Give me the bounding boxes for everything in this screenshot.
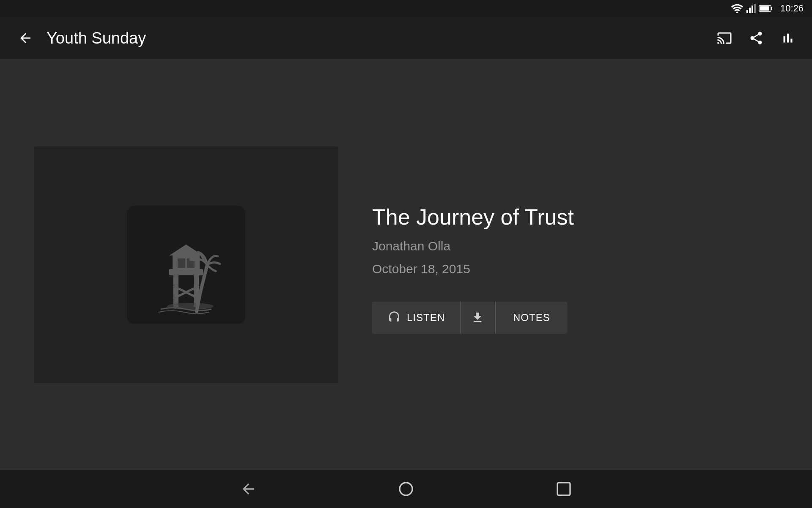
svg-rect-13	[173, 254, 200, 271]
download-button[interactable]	[460, 302, 494, 334]
sermon-title: The Journey of Trust	[372, 204, 778, 230]
nav-recent-icon	[555, 481, 572, 497]
notes-button[interactable]: NOTES	[495, 302, 567, 334]
svg-rect-7	[760, 6, 769, 11]
nav-recent-button[interactable]	[547, 472, 581, 506]
listen-button[interactable]: LISTEN	[372, 302, 460, 334]
back-button[interactable]	[13, 25, 38, 51]
svg-point-0	[736, 12, 738, 14]
status-time: 10:26	[780, 3, 804, 14]
nav-home-button[interactable]	[389, 472, 423, 506]
svg-rect-2	[749, 8, 751, 13]
svg-marker-16	[169, 244, 203, 255]
svg-rect-8	[173, 273, 178, 307]
notes-label: NOTES	[513, 312, 550, 323]
share-button[interactable]	[744, 27, 768, 50]
app-bar-actions	[713, 27, 799, 50]
svg-point-18	[400, 483, 412, 495]
svg-rect-19	[557, 483, 570, 495]
signal-icon	[746, 4, 756, 13]
sermon-image-container	[34, 146, 338, 383]
status-icons: 10:26	[731, 3, 804, 14]
page-title: Youth Sunday	[47, 29, 713, 47]
battery-icon	[759, 5, 773, 12]
main-content: The Journey of Trust Jonathan Olla Octob…	[0, 59, 812, 470]
sermon-details: The Journey of Trust Jonathan Olla Octob…	[372, 195, 778, 333]
svg-rect-3	[752, 5, 753, 13]
sermon-speaker: Jonathan Olla	[372, 239, 778, 253]
cast-button[interactable]	[713, 27, 736, 50]
status-bar: 10:26	[0, 0, 812, 17]
app-bar: Youth Sunday	[0, 17, 812, 59]
wifi-icon	[731, 4, 743, 13]
svg-point-17	[167, 303, 214, 310]
sermon-artwork	[127, 206, 245, 324]
headphones-icon	[387, 311, 401, 324]
sermon-actions: LISTEN NOTES	[372, 302, 778, 334]
sermon-date: October 18, 2015	[372, 262, 778, 276]
svg-rect-1	[746, 10, 748, 13]
nav-bar	[0, 470, 812, 508]
download-icon	[471, 311, 484, 324]
listen-label: LISTEN	[407, 312, 445, 324]
nav-back-button[interactable]	[231, 472, 265, 506]
svg-rect-6	[771, 7, 772, 10]
nav-back-icon	[240, 481, 257, 497]
svg-rect-14	[178, 258, 185, 268]
stats-button[interactable]	[776, 27, 799, 50]
nav-home-icon	[398, 481, 414, 497]
svg-rect-4	[754, 4, 756, 13]
